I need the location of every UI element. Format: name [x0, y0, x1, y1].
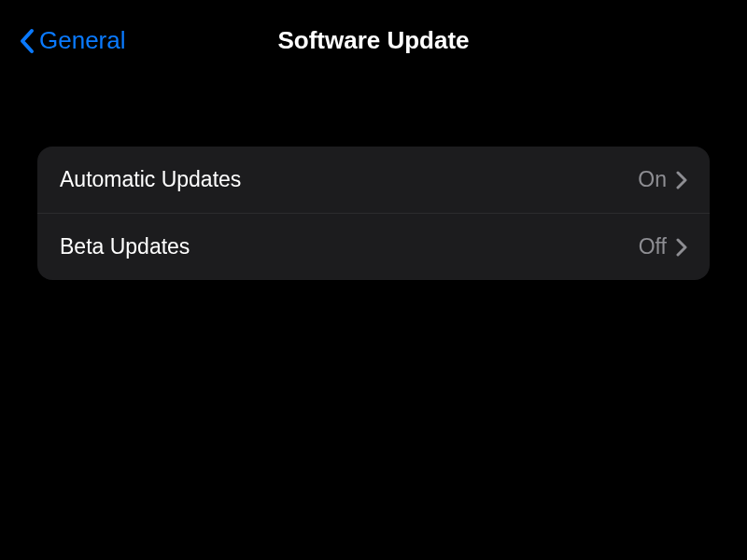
header: General Software Update	[0, 0, 747, 74]
chevron-left-icon	[19, 28, 35, 54]
settings-group: Automatic Updates On Beta Updates Off	[37, 147, 710, 280]
automatic-updates-row[interactable]: Automatic Updates On	[37, 147, 710, 213]
back-label: General	[39, 26, 126, 55]
row-right: On	[638, 167, 687, 192]
row-value: Off	[639, 234, 667, 259]
back-button[interactable]: General	[19, 26, 126, 55]
row-label: Automatic Updates	[60, 167, 241, 192]
row-value: On	[638, 167, 667, 192]
beta-updates-row[interactable]: Beta Updates Off	[37, 213, 710, 280]
chevron-right-icon	[676, 171, 687, 189]
row-right: Off	[639, 234, 687, 259]
row-label: Beta Updates	[60, 234, 190, 259]
chevron-right-icon	[676, 238, 687, 257]
